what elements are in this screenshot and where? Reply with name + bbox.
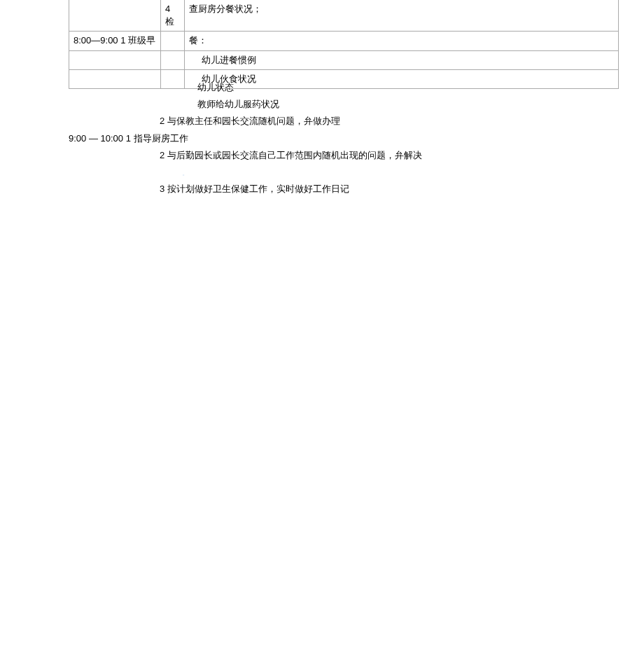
cell-time — [69, 50, 160, 69]
time-line: 9:00 — 10:00 1 指导厨房工作 — [69, 132, 619, 145]
schedule-table: 4 检 查厨房分餐状况； 8:00—9:00 1 班级早 餐： 幼儿进餐惯例 幼… — [69, 0, 619, 89]
cell-time — [69, 0, 160, 31]
cell-body: 餐： — [184, 31, 618, 50]
table-row: 4 检 查厨房分餐状况； — [69, 0, 618, 31]
text-line: 3 按计划做好卫生保健工作，实时做好工作日记 — [160, 183, 619, 195]
table-row: 幼儿进餐惯例 — [69, 50, 618, 69]
cell-number — [160, 50, 184, 69]
text-line: 2 与后勤园长或园长交流自己工作范围内随机出现的问题，弁解决 — [160, 149, 619, 162]
text-line: 幼儿状态 — [197, 81, 619, 94]
text-line: 2 与保教主任和园长交流随机问题，弁做办理 — [160, 115, 619, 127]
cell-time: 8:00—9:00 1 班级早 — [69, 31, 160, 50]
table-row: 8:00—9:00 1 班级早 餐： — [69, 31, 618, 50]
text-line: 教师给幼儿服药状况 — [197, 98, 619, 111]
cell-number: 4 检 — [160, 0, 184, 31]
punct-dot: 。 — [182, 169, 189, 177]
cell-body: 查厨房分餐状况； — [184, 0, 618, 31]
cell-body: 幼儿进餐惯例 — [184, 50, 618, 69]
cell-number — [160, 31, 184, 50]
